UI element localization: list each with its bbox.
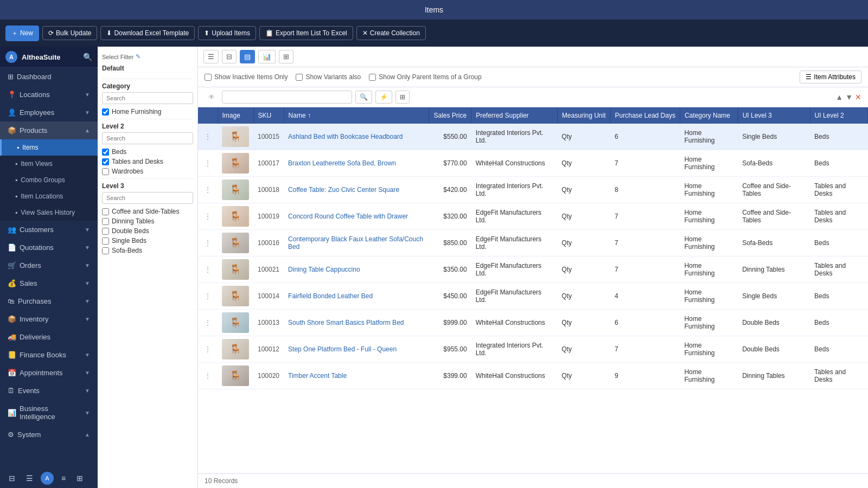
level3-coffee-checkbox[interactable] <box>102 208 109 215</box>
level2-wardrobes-checkbox[interactable] <box>102 168 109 175</box>
category-home-furnishing-checkbox[interactable] <box>102 108 109 115</box>
row-actions[interactable]: ⋮ <box>198 283 218 310</box>
sidebar-item-dashboard[interactable]: ⊞ Dashboard <box>0 68 98 86</box>
row-name[interactable]: Dining Table Cappuccino <box>284 256 429 283</box>
col-lead-days[interactable]: Purchase Lead Days <box>610 107 680 124</box>
grid-view-button[interactable]: ⊞ <box>279 50 293 63</box>
sidebar-item-combo-groups[interactable]: ▪ Combo Groups <box>0 172 98 188</box>
level2-search-input[interactable] <box>102 132 193 144</box>
level3-sofa-checkbox[interactable] <box>102 247 109 254</box>
download-excel-button[interactable]: ⬇ Download Excel Template <box>100 26 195 40</box>
filter-view-button[interactable]: ⊟ <box>222 50 237 63</box>
col-sku[interactable]: SKU <box>253 107 284 124</box>
bottom-nav-btn-5[interactable]: ⊞ <box>73 472 86 485</box>
col-image[interactable]: Image <box>218 107 253 124</box>
row-actions[interactable]: ⋮ <box>198 363 218 389</box>
row-name[interactable]: Timber Accent Table <box>284 363 429 389</box>
col-unit[interactable]: Measuring Unit <box>557 107 610 124</box>
sidebar-item-sales[interactable]: 💰 Sales ▼ <box>0 274 98 292</box>
create-collection-button[interactable]: ✕ Create Collection <box>356 26 426 40</box>
upload-items-button[interactable]: ⬆ Upload Items <box>198 26 256 40</box>
sidebar-item-finance-books[interactable]: 📒 Finance Books ▼ <box>0 346 98 364</box>
row-name[interactable]: Step One Platform Bed - Full - Queen <box>284 336 429 363</box>
sort-down-button[interactable]: ▼ <box>845 93 853 101</box>
chevron-down-icon: ▼ <box>85 262 90 268</box>
show-inactive-checkbox[interactable] <box>205 74 212 81</box>
sidebar-item-business-intelligence[interactable]: 📊 Business Intelligence ▼ <box>0 400 98 426</box>
sidebar-item-system[interactable]: ⚙ System ▲ <box>0 426 98 444</box>
row-actions[interactable]: ⋮ <box>198 177 218 203</box>
bottom-nav-btn-4[interactable]: ≡ <box>58 472 69 485</box>
sidebar-item-locations[interactable]: 📍 Locations ▼ <box>0 86 98 104</box>
row-actions[interactable]: ⋮ <box>198 203 218 230</box>
list-view-button[interactable]: ☰ <box>203 50 219 63</box>
col-price[interactable]: Sales Price <box>429 107 471 124</box>
inventory-icon: 📦 <box>8 315 16 323</box>
chart-view-button[interactable]: 📊 <box>258 50 276 63</box>
col-category[interactable]: Category Name <box>680 107 738 124</box>
row-actions[interactable]: ⋮ <box>198 256 218 283</box>
sidebar-item-purchases[interactable]: 🛍 Purchases ▼ <box>0 292 98 310</box>
level2-tables-checkbox[interactable] <box>102 158 109 165</box>
row-name[interactable]: Contemporary Black Faux Leather Sofa/Cou… <box>284 230 429 256</box>
sort-up-button[interactable]: ▲ <box>835 93 843 101</box>
row-actions[interactable]: ⋮ <box>198 124 218 150</box>
eye-icon-button[interactable]: 👁 <box>205 91 219 103</box>
sidebar-item-appointments[interactable]: 📅 Appointments ▼ <box>0 364 98 382</box>
sidebar-item-deliveries[interactable]: 🚚 Deliveries <box>0 328 98 346</box>
search-input[interactable] <box>222 91 352 104</box>
bolt-button[interactable]: ⚡ <box>375 91 392 104</box>
row-name[interactable]: Coffee Table: Zuo Civic Center Square <box>284 177 429 203</box>
new-button[interactable]: ＋ New <box>5 25 39 41</box>
row-actions[interactable]: ⋮ <box>198 310 218 336</box>
row-name[interactable]: Concord Round Coffee Table with Drawer <box>284 203 429 230</box>
row-name[interactable]: Fairfield Bonded Leather Bed <box>284 283 429 310</box>
sidebar-item-customers[interactable]: 👥 Customers ▼ <box>0 221 98 239</box>
columns-button[interactable]: ⊞ <box>395 91 410 104</box>
show-inactive-label[interactable]: Show Inactive Items Only <box>205 73 288 81</box>
show-variants-label[interactable]: Show Variants also <box>296 73 361 81</box>
row-actions[interactable]: ⋮ <box>198 336 218 363</box>
sidebar-item-orders[interactable]: 🛒 Orders ▼ <box>0 256 98 274</box>
sidebar-item-item-views[interactable]: ▪ Item Views <box>0 156 98 172</box>
sidebar-item-employees[interactable]: 👤 Employees ▼ <box>0 104 98 121</box>
sidebar-item-events[interactable]: 🗓 Events ▼ <box>0 382 98 400</box>
level3-single-checkbox[interactable] <box>102 237 109 245</box>
bottom-nav-btn-2[interactable]: ☰ <box>23 472 36 485</box>
level3-search-input[interactable] <box>102 192 193 204</box>
row-name[interactable]: South Shore Smart Basics Platform Bed <box>284 310 429 336</box>
sales-icon: 💰 <box>8 279 16 287</box>
col-level2[interactable]: UI Level 2 <box>810 107 867 124</box>
row-actions[interactable]: ⋮ <box>198 150 218 177</box>
col-level3[interactable]: UI Level 3 <box>738 107 810 124</box>
category-search-input[interactable] <box>102 92 193 104</box>
show-variants-checkbox[interactable] <box>296 74 303 81</box>
level3-double-checkbox[interactable] <box>102 228 109 235</box>
close-filter-button[interactable]: ✕ <box>855 93 861 101</box>
bulk-update-button[interactable]: ⟳ Bulk Update <box>42 26 97 40</box>
level3-dinning-checkbox[interactable] <box>102 218 109 225</box>
sidebar-item-item-locations[interactable]: ▪ Item Locations <box>0 188 98 204</box>
search-button[interactable]: 🔍 <box>355 91 372 104</box>
bottom-nav-btn-1[interactable]: ⊟ <box>5 472 18 485</box>
sidebar-item-items[interactable]: ▪ Items <box>0 139 98 156</box>
show-parent-checkbox[interactable] <box>369 74 376 81</box>
col-actions <box>198 107 218 124</box>
sidebar-item-products[interactable]: 📦 Products ▲ <box>0 121 98 139</box>
sidebar-item-inventory[interactable]: 📦 Inventory ▼ <box>0 310 98 328</box>
row-name[interactable]: Braxton Leatherette Sofa Bed, Brown <box>284 150 429 177</box>
sidebar-item-view-sales-history[interactable]: ▪ View Sales History <box>0 204 98 221</box>
edit-filter-link[interactable]: ✎ <box>136 53 141 60</box>
sidebar-item-quotations[interactable]: 📄 Quotations ▼ <box>0 239 98 256</box>
row-name[interactable]: Ashland Bed with Bookcase Headboard <box>284 124 429 150</box>
export-list-button[interactable]: 📋 Export Item List To Excel <box>259 26 353 40</box>
level2-beds-checkbox[interactable] <box>102 149 109 156</box>
row-actions[interactable]: ⋮ <box>198 230 218 256</box>
sidebar-search-button[interactable]: 🔍 <box>83 53 92 61</box>
bottom-nav-btn-3[interactable]: A <box>41 472 54 485</box>
col-supplier[interactable]: Preferred Supplier <box>471 107 558 124</box>
show-parent-label[interactable]: Show Only Parent Items of a Group <box>369 73 481 81</box>
col-name[interactable]: Name ↑ <box>284 107 429 124</box>
detail-view-button[interactable]: ▤ <box>240 50 255 63</box>
item-attributes-button[interactable]: ☰ Item Attributes <box>800 70 861 84</box>
